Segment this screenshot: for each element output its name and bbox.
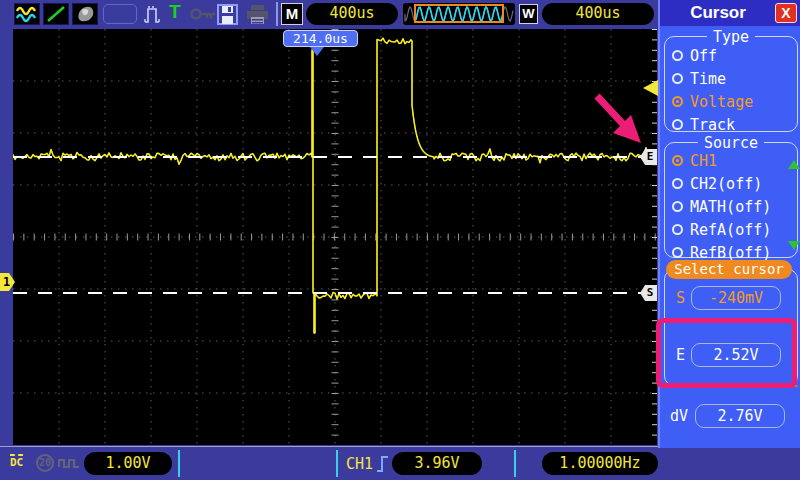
cursor-tool-button[interactable] [43,3,69,25]
window-timebase-badge: W [519,4,538,24]
radio-label: MATH(off) [690,198,771,216]
radio-label: Track [690,116,735,134]
radio-source-math[interactable]: MATH(off) [665,195,797,218]
radio-type-track[interactable]: Track [665,113,797,136]
cursor-e-label: E [676,346,685,364]
dual-wave-icon [15,4,39,24]
cursor-s-label: S [676,289,685,307]
radio-label: RefB(off) [690,244,771,262]
source-group-legend: Source [698,134,764,152]
radio-icon [672,201,683,212]
key-lock-icon[interactable] [190,7,218,21]
delta-v-value: 2.76V [695,404,785,428]
radio-source-refa[interactable]: RefA(off) [665,218,797,241]
radio-icon [672,247,683,258]
waveform-preview-strip [403,3,515,25]
radio-source-ch2[interactable]: CH2(off) [665,172,797,195]
preview-window-box[interactable] [414,4,504,23]
radio-icon [672,224,683,235]
empty-toolbar-slot[interactable] [103,4,137,24]
select-cursor-button[interactable]: Select cursor [666,260,792,279]
main-timebase-readout: 400us [306,3,398,25]
oscilloscope-screen: T M 400us W 400us 214.0us + 1 [0,0,800,480]
radio-icon [672,73,683,84]
cursor-s-row[interactable]: S -240mV [670,286,781,310]
type-group-legend: Type [707,28,755,46]
radio-label: Voltage [690,93,753,111]
radio-label: Time [690,70,726,88]
toolbar-separator [276,2,278,26]
pulse-icon[interactable] [144,4,168,25]
volts-per-div-readout: 1.00V [84,452,172,475]
cursor-time-balloon: 214.0us [283,30,358,47]
bottom-divider [0,446,658,447]
delta-v-row: dV 2.76V [670,404,785,428]
trigger-t-icon[interactable]: T [169,1,181,23]
print-icon[interactable] [245,3,271,26]
delta-v-label: dV [670,407,689,425]
trigger-level-readout: 3.96V [392,452,482,475]
radio-type-voltage[interactable]: Voltage [665,90,797,113]
radio-type-time[interactable]: Time [665,67,797,90]
trigger-source-label: CH1 [346,455,373,473]
scope-graticule [13,29,657,445]
coupling-dc-icon: DC [10,454,23,469]
scroll-up-icon[interactable] [788,160,800,169]
rising-edge-icon [376,453,390,474]
type-group: Type Off Time Voltage Track [664,36,798,132]
status-bar: DC 20 1.00V CH1 3.96V 1.00000Hz [0,448,800,480]
active-group-underline [664,385,798,387]
radio-label: CH2(off) [690,175,762,193]
trigger-level-icon[interactable] [643,80,658,96]
scroll-down-icon[interactable] [788,241,800,250]
diagonal-line-icon [44,4,68,24]
radio-type-off[interactable]: Off [665,44,797,67]
frequency-readout: 1.00000Hz [542,452,658,475]
toolbar: T M 400us W 400us [0,0,658,29]
save-icon[interactable] [216,3,240,26]
display-waveform-button[interactable] [14,3,40,25]
window-timebase-readout: 400us [542,3,654,25]
statusbar-separator [336,450,338,477]
radio-icon [672,50,683,61]
cursor-e-row[interactable]: E 2.52V [670,343,781,367]
statusbar-separator [514,450,516,477]
hand-icon [73,4,97,24]
radio-icon [672,119,683,130]
cursor-e-value: 2.52V [691,343,781,367]
bandwidth-limit-icon: 20 [36,454,54,472]
radio-icon [672,155,683,166]
radio-icon [672,178,683,189]
square-wave-icon [58,456,84,471]
hand-tool-button[interactable] [72,3,98,25]
radio-label: CH1 [690,152,717,170]
main-timebase-badge: M [281,3,303,25]
radio-icon [672,96,683,107]
radio-source-ch1[interactable]: CH1 [665,149,797,172]
cursor-menu-panel: Cursor X Type Off Time Voltage Track Sou… [658,0,800,452]
close-button[interactable]: X [775,3,797,23]
radio-label: Off [690,47,717,65]
cursor-s-value: -240mV [691,286,781,310]
radio-label: RefA(off) [690,221,771,239]
source-group: Source CH1 CH2(off) MATH(off) RefA(off) … [664,142,798,258]
statusbar-separator [178,450,180,477]
